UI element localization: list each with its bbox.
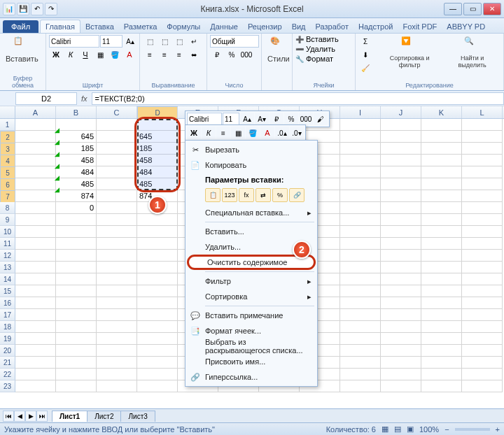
cell[interactable] [381, 333, 421, 345]
mini-decdec-icon[interactable]: .0▾ [290, 127, 304, 139]
tab-developer[interactable]: Разработ [311, 20, 354, 33]
merge-icon[interactable]: ⬌ [187, 48, 201, 61]
paste-values-icon[interactable]: 123 [222, 188, 237, 202]
clear-icon[interactable]: 🧹 [358, 62, 372, 74]
cell[interactable] [462, 309, 503, 321]
redo-icon[interactable]: ↷ [45, 3, 57, 15]
mini-fontcolor-icon[interactable]: A [260, 127, 274, 139]
cell[interactable] [15, 262, 56, 273]
cell[interactable] [15, 131, 56, 143]
cell[interactable] [15, 214, 56, 226]
cell[interactable] [340, 166, 381, 178]
comma-icon[interactable]: 000 [239, 48, 253, 61]
cell[interactable] [137, 357, 178, 369]
tab-nav-prev-icon[interactable]: ◀ [14, 411, 25, 422]
cell[interactable] [421, 380, 462, 392]
cell[interactable] [97, 131, 137, 143]
bold-icon[interactable]: Ж [49, 48, 63, 61]
tab-nav-first-icon[interactable]: ⏮ [3, 411, 14, 422]
cell[interactable] [462, 166, 503, 178]
cell[interactable] [340, 273, 381, 285]
cell[interactable] [421, 262, 462, 273]
mini-border-icon[interactable]: ▦ [231, 127, 245, 139]
tab-nav-last-icon[interactable]: ⏭ [36, 411, 48, 422]
border-icon[interactable]: ▦ [93, 48, 107, 61]
cell[interactable] [97, 178, 137, 190]
cell[interactable] [340, 309, 381, 321]
cell[interactable] [421, 143, 462, 155]
cell[interactable] [421, 190, 462, 202]
tab-formulas[interactable]: Формулы [162, 20, 205, 33]
cell[interactable] [462, 178, 503, 190]
file-tab[interactable]: Файл [3, 20, 38, 33]
cell[interactable] [462, 226, 503, 238]
cell[interactable] [340, 226, 381, 238]
cell[interactable] [56, 119, 97, 131]
fill-color-icon[interactable]: 🪣 [108, 48, 122, 61]
row-header[interactable]: 19 [0, 333, 15, 345]
cell[interactable] [381, 214, 421, 226]
cell[interactable] [137, 369, 178, 380]
cell[interactable] [137, 119, 178, 131]
font-color-icon[interactable]: A [122, 48, 136, 61]
cell[interactable] [421, 131, 462, 143]
mini-align-icon[interactable]: ≡ [216, 127, 230, 139]
row-header[interactable]: 15 [0, 285, 15, 297]
cell[interactable] [97, 285, 137, 297]
tab-home[interactable]: Главная [40, 20, 80, 33]
cell[interactable] [462, 333, 503, 345]
mini-paint-icon[interactable]: 🖌 [314, 113, 328, 125]
cell[interactable] [462, 262, 503, 273]
formula-bar[interactable]: =ТЕКСТ(B2;0) [92, 92, 504, 105]
cell[interactable]: 458 [56, 155, 97, 166]
cell[interactable] [381, 178, 421, 190]
tab-addins[interactable]: Надстрой [354, 20, 398, 33]
row-header[interactable]: 1 [0, 119, 15, 131]
cell[interactable] [340, 250, 381, 262]
cell[interactable] [340, 214, 381, 226]
align-top-icon[interactable]: ⬚ [143, 35, 157, 48]
cell[interactable] [97, 273, 137, 285]
cell[interactable] [421, 214, 462, 226]
cell[interactable] [340, 262, 381, 273]
cell[interactable] [381, 143, 421, 155]
name-box[interactable]: D2 [15, 92, 77, 105]
cell[interactable] [15, 297, 56, 309]
cell[interactable] [381, 250, 421, 262]
cell[interactable] [462, 250, 503, 262]
cell[interactable] [421, 333, 462, 345]
cell[interactable] [137, 321, 178, 333]
row-header[interactable]: 23 [0, 380, 15, 392]
cell[interactable]: 484 [137, 166, 178, 178]
wrap-icon[interactable]: ↵ [187, 35, 201, 48]
sheet-tab[interactable]: Лист3 [120, 411, 155, 422]
styles-button[interactable]: 🎨Стили [265, 35, 293, 64]
cell[interactable] [97, 369, 137, 380]
cell[interactable] [381, 262, 421, 273]
cell[interactable] [137, 297, 178, 309]
cell[interactable] [137, 250, 178, 262]
cell[interactable] [56, 273, 97, 285]
cell[interactable] [421, 166, 462, 178]
excel-icon[interactable]: 📊 [3, 3, 15, 15]
minimize-button[interactable]: — [444, 3, 462, 15]
cell[interactable] [340, 238, 381, 250]
col-header[interactable]: D [137, 106, 178, 119]
cell[interactable] [421, 155, 462, 166]
row-header[interactable]: 14 [0, 273, 15, 285]
fill-icon[interactable]: ⬇ [358, 48, 372, 61]
cell[interactable] [56, 309, 97, 321]
cell[interactable] [462, 273, 503, 285]
cell[interactable] [97, 143, 137, 155]
cell[interactable] [381, 297, 421, 309]
mini-decinc-icon[interactable]: .0▴ [275, 127, 289, 139]
cell[interactable] [381, 273, 421, 285]
ctx-insert[interactable]: Вставить... [187, 224, 316, 239]
cell[interactable] [97, 250, 137, 262]
cell[interactable] [340, 202, 381, 214]
col-header[interactable]: B [56, 106, 97, 118]
cell[interactable] [381, 238, 421, 250]
mini-currency-icon[interactable]: ₽ [270, 113, 284, 125]
cell[interactable] [97, 309, 137, 321]
find-select-button[interactable]: 🔍Найти и выделить [444, 35, 500, 70]
